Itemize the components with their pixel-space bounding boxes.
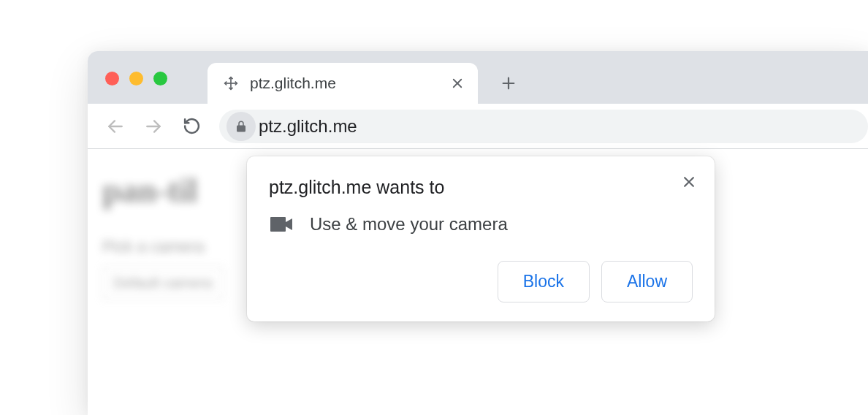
allow-button[interactable]: Allow [601,261,693,302]
tab-favicon-move-icon [222,75,240,92]
permission-dialog: ptz.glitch.me wants to Use & move your c… [247,156,715,321]
reload-button[interactable] [174,109,209,144]
tab-strip: ptz.glitch.me [88,51,868,104]
window-close-button[interactable] [105,72,119,85]
block-button[interactable]: Block [498,261,590,302]
new-tab-button[interactable] [491,66,526,101]
tab-close-button[interactable] [447,73,468,94]
back-button[interactable] [98,109,133,144]
site-info-button[interactable] [226,112,256,141]
svg-rect-10 [270,217,286,232]
url-text: ptz.glitch.me [259,116,357,137]
forward-button[interactable] [136,109,171,144]
permission-row: Use & move your camera [269,214,693,235]
browser-tab[interactable]: ptz.glitch.me [208,63,478,104]
lock-icon [235,120,248,133]
window-maximize-button[interactable] [153,72,167,85]
permission-text: Use & move your camera [310,214,508,235]
window-controls [105,72,167,85]
browser-window: ptz.glitch.me [88,51,868,415]
nav-toolbar: ptz.glitch.me [88,104,868,149]
window-minimize-button[interactable] [129,72,143,85]
dialog-buttons: Block Allow [269,261,693,302]
address-bar[interactable]: ptz.glitch.me [219,110,868,143]
camera-select[interactable]: Default camera [102,267,224,300]
dialog-close-button[interactable] [677,170,701,194]
camera-icon [270,216,292,232]
tab-title: ptz.glitch.me [250,75,447,92]
dialog-title: ptz.glitch.me wants to [269,177,693,198]
